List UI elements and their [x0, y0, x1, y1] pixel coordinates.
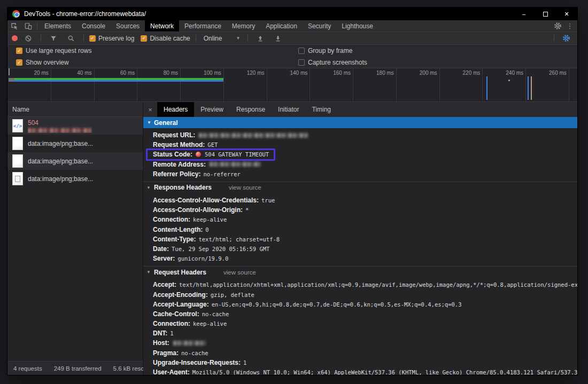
tab-performance[interactable]: Performance	[179, 20, 227, 32]
name-column-header[interactable]: Name	[7, 102, 143, 117]
disclosure-triangle-icon: ▼	[147, 120, 151, 125]
request-row[interactable]: data:image/png;base...	[7, 152, 143, 170]
response-headers-section-header[interactable]: ▼ Response Headers view source	[143, 182, 577, 193]
header-value: 1	[170, 330, 173, 336]
group-by-frame-checkbox[interactable]	[298, 48, 305, 54]
tab-sources[interactable]: Sources	[111, 20, 145, 32]
network-summary-bar: 4 requests 249 B transferred 5.6 kB reso…	[7, 361, 143, 375]
view-source-link[interactable]: view source	[223, 269, 256, 276]
detail-tab-headers[interactable]: Headers	[157, 102, 194, 117]
preserve-log-checkbox[interactable]: ✓	[89, 35, 96, 42]
show-overview-label: Show overview	[26, 59, 69, 66]
timeline-gridline	[267, 68, 267, 101]
header-name: Remote Address:	[153, 161, 206, 168]
tab-console[interactable]: Console	[76, 20, 111, 32]
inspect-cursor-icon	[11, 22, 18, 30]
divider	[554, 35, 554, 42]
group-by-frame[interactable]: Group by frame	[298, 45, 352, 57]
header-name: Request Method:	[153, 141, 205, 148]
header-name: Accept:	[153, 281, 176, 288]
export-har-button[interactable]	[271, 35, 285, 42]
disable-cache-label: Disable cache	[150, 35, 190, 42]
header-row: Cache-Control:no-cache	[143, 309, 577, 319]
detail-tab-response[interactable]: Response	[230, 102, 272, 117]
show-overview[interactable]: ✓Show overview	[16, 57, 69, 68]
record-button[interactable]	[12, 35, 18, 41]
title-bar: DevTools - chrome-error://chromewebdata/…	[7, 7, 577, 20]
devtools-window: DevTools - chrome-error://chromewebdata/…	[7, 7, 577, 375]
request-headers-section-header[interactable]: ▼ Request Headers view source	[143, 266, 577, 278]
filter-button[interactable]	[47, 35, 60, 42]
header-row: Accept-Encoding:gzip, deflate	[143, 289, 577, 299]
tab-elements[interactable]: Elements	[39, 20, 76, 32]
view-source-link[interactable]: view source	[229, 184, 261, 191]
capture-screenshots[interactable]: Capture screenshots	[298, 57, 367, 68]
tab-network[interactable]: Network	[145, 20, 179, 32]
timeline-gridline	[51, 68, 51, 101]
capture-screenshots-checkbox[interactable]	[298, 59, 305, 66]
network-overview-timeline[interactable]: 20 ms40 ms60 ms80 ms100 ms120 ms140 ms16…	[7, 68, 577, 102]
header-row: Content-Type:text/html; charset=utf-8	[143, 234, 577, 244]
close-details-button[interactable]: ×	[143, 102, 157, 117]
disable-cache[interactable]: ✓Disable cache	[141, 35, 190, 42]
detail-tab-timing[interactable]: Timing	[305, 102, 337, 117]
header-value: no-referrer	[203, 171, 241, 177]
search-button[interactable]	[64, 35, 78, 42]
header-name: Access-Control-Allow-Origin:	[153, 206, 243, 214]
throttling-dropdown[interactable]: Online ▼	[202, 35, 243, 42]
timeline-tick-label: 120 ms	[247, 70, 267, 76]
divider	[247, 35, 248, 42]
timeline-gridline	[310, 68, 310, 101]
request-waterfall-bar[interactable]	[9, 78, 223, 82]
preserve-log[interactable]: ✓Preserve log	[89, 35, 134, 42]
import-har-button[interactable]	[253, 35, 267, 42]
header-value: *	[245, 207, 249, 213]
device-toolbar-button[interactable]	[21, 20, 35, 32]
timeline-dot	[508, 80, 510, 81]
maximize-button[interactable]	[535, 7, 556, 20]
network-settings-gear-button[interactable]	[559, 34, 573, 42]
clear-button[interactable]	[21, 35, 35, 42]
header-value: Tue, 29 Sep 2020 05:16:59 GMT	[172, 246, 269, 252]
redacted-request-url	[28, 128, 92, 133]
request-list: </>504data:image/png;base...data:image/p…	[7, 117, 143, 361]
tab-memory[interactable]: Memory	[227, 20, 260, 32]
header-name: Pragma:	[153, 349, 179, 357]
minimize-button[interactable]: –	[513, 7, 535, 20]
header-value: gzip, deflate	[211, 292, 254, 298]
header-row: Connection:keep-alive	[143, 215, 577, 224]
request-row[interactable]: </>504	[7, 117, 143, 135]
page-event-line	[486, 76, 488, 100]
timeline-gridline	[223, 68, 224, 101]
use-large-request-rows-checkbox[interactable]: ✓	[16, 48, 22, 54]
show-overview-checkbox[interactable]: ✓	[16, 59, 22, 66]
redacted-value	[210, 162, 260, 167]
close-button[interactable]: ✕	[556, 7, 577, 20]
detail-tab-preview[interactable]: Preview	[194, 102, 230, 117]
timeline-gridline	[396, 68, 397, 101]
request-row[interactable]: data:image/png;base...	[7, 170, 143, 187]
inspect-element-button[interactable]	[7, 20, 21, 32]
capture-screenshots-label: Capture screenshots	[308, 59, 367, 66]
header-value: true	[261, 197, 275, 203]
timeline-gridline	[439, 68, 440, 101]
disable-cache-checkbox[interactable]: ✓	[141, 35, 147, 42]
request-text: data:image/png;base...	[28, 175, 93, 183]
header-value: text/html,application/xhtml+xml,applicat…	[179, 281, 577, 288]
general-section-header[interactable]: ▼ General	[143, 117, 577, 128]
request-row[interactable]: data:image/png;base...	[7, 135, 143, 152]
detail-tab-initiator[interactable]: Initiator	[272, 102, 305, 117]
tab-security[interactable]: Security	[303, 20, 336, 32]
header-row: Accept:text/html,application/xhtml+xml,a…	[143, 280, 577, 289]
panel-tabs: ElementsConsoleSourcesNetworkPerformance…	[39, 20, 378, 32]
tab-lighthouse[interactable]: Lighthouse	[336, 20, 378, 32]
header-row: Server:gunicorn/19.9.0	[143, 254, 577, 263]
kebab-menu-button[interactable]: ⋮	[564, 22, 575, 30]
timeline-gridline	[353, 68, 353, 101]
use-large-request-rows[interactable]: ✓Use large request rows	[16, 45, 91, 57]
divider	[196, 35, 196, 42]
timeline-tick-label: 40 ms	[77, 70, 94, 76]
settings-gear-button[interactable]	[551, 22, 564, 30]
timeline-gridline	[482, 68, 483, 101]
tab-application[interactable]: Application	[260, 20, 303, 32]
